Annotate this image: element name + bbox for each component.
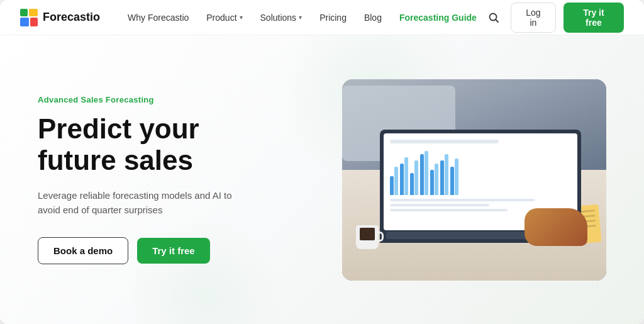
svg-rect-0 [20,9,28,16]
bar-blue [430,170,434,195]
nav-item-pricing[interactable]: Pricing [312,8,354,28]
search-button[interactable] [484,8,503,27]
bar-group [400,157,408,195]
browser-window: Forecastio Why Forecastio Product ▾ Solu… [0,0,644,324]
nav-item-why-forecastio[interactable]: Why Forecastio [120,8,196,28]
navbar: Forecastio Why Forecastio Product ▾ Solu… [0,0,644,35]
bar-blue [420,154,424,195]
login-button[interactable]: Log in [511,3,556,33]
bar-blue [450,167,454,195]
chart-title-bar [390,140,499,143]
search-icon [488,12,499,23]
bar-light-blue [455,159,458,195]
svg-point-4 [489,13,496,20]
bar-group [450,159,458,195]
nav-item-product[interactable]: Product ▾ [199,8,250,28]
bar-light-blue [445,154,448,195]
bar-light-blue [435,164,438,195]
logo-icon [20,9,38,26]
bar-group [430,164,438,195]
solutions-chevron-icon: ▾ [299,14,302,21]
bar-light-blue [414,160,418,195]
hero-tag: Advanced Sales Forecasting [38,95,309,104]
bar-group [420,151,428,195]
nav-item-forecasting-guide[interactable]: Forecasting Guide [392,8,484,28]
brand-name: Forecastio [43,11,100,24]
hero-title: Predict your future sales [38,113,309,177]
hand [525,208,587,246]
bar-group [410,160,418,195]
bar-group [440,154,448,195]
chart-bars [390,151,571,195]
svg-rect-1 [29,9,38,16]
hero-image [342,79,606,281]
logo[interactable]: Forecastio [20,9,100,26]
bar-blue [410,173,414,195]
nav-right: Log in Try it free [484,3,624,33]
svg-rect-2 [20,18,29,26]
bar-light-blue [404,157,408,195]
hero-left: Advanced Sales Forecasting Predict your … [38,95,335,265]
bar-group [390,167,398,195]
svg-line-5 [496,20,498,22]
nav-item-solutions[interactable]: Solutions ▾ [253,8,310,28]
bar-light-blue [394,167,398,195]
hero-section: Advanced Sales Forecasting Predict your … [0,35,644,324]
nav-links: Why Forecastio Product ▾ Solutions ▾ Pri… [120,8,484,28]
laptop-scene [342,79,606,281]
nav-item-blog[interactable]: Blog [357,8,389,28]
hero-buttons: Book a demo Try it free [38,237,309,264]
svg-rect-3 [30,18,38,26]
hero-subtitle: Leverage reliable forecasting models and… [38,188,239,218]
coffee-cup [355,221,380,249]
hero-right [335,79,606,281]
bar-blue [400,164,404,195]
product-chevron-icon: ▾ [240,14,243,21]
bar-light-blue [425,151,428,195]
bar-blue [440,160,444,195]
bar-blue [390,176,394,195]
try-free-nav-button[interactable]: Try it free [564,3,624,33]
book-demo-button[interactable]: Book a demo [38,237,128,264]
try-free-hero-button[interactable]: Try it free [137,238,210,264]
